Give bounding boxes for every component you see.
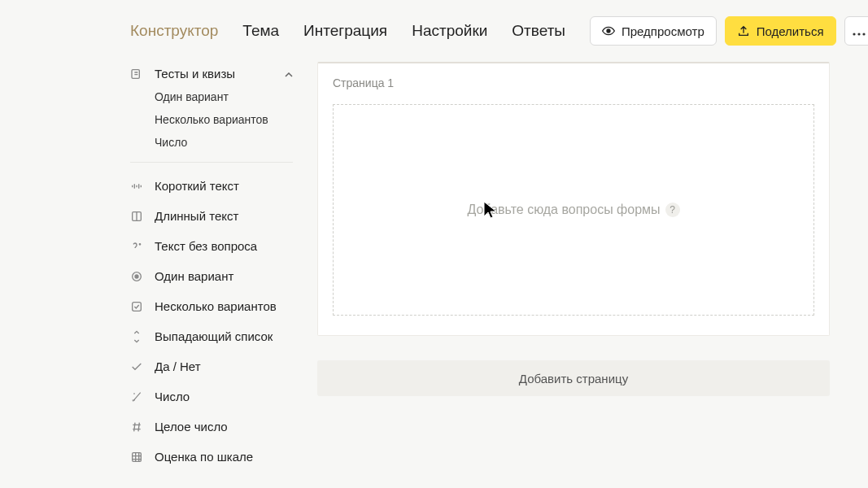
check-icon: [130, 360, 143, 373]
quiz-icon: [130, 68, 143, 81]
sidebar-item-yes-no[interactable]: Да / Нет: [130, 351, 293, 381]
sidebar-sub-one-variant[interactable]: Один вариант: [130, 85, 293, 108]
form-dropzone[interactable]: Добавьте сюда вопросы формы ?: [333, 104, 814, 316]
svg-point-2: [857, 33, 860, 35]
more-icon: [853, 24, 866, 38]
sidebar-group-tests[interactable]: Тесты и квизы: [130, 62, 293, 85]
eye-icon: [602, 24, 615, 37]
sidebar-divider: [130, 162, 293, 163]
share-icon: [737, 24, 750, 37]
preview-label: Предпросмотр: [622, 24, 704, 38]
hash-icon: [130, 420, 143, 434]
sidebar-item-label: Длинный текст: [155, 209, 238, 223]
chevron-up-icon: [285, 68, 293, 80]
more-button[interactable]: [844, 16, 868, 46]
sidebar-item-no-question[interactable]: Текст без вопроса: [130, 231, 293, 261]
sidebar-sub-several-variants[interactable]: Несколько вариантов: [130, 108, 293, 131]
tab-constructor[interactable]: Конструктор: [130, 22, 218, 40]
page-card: Страница 1 Добавьте сюда вопросы формы ?: [317, 62, 830, 336]
fraction-icon: [130, 390, 143, 403]
text-icon: [130, 240, 143, 253]
svg-point-6: [139, 243, 140, 244]
svg-point-0: [607, 29, 610, 33]
checkbox-icon: [130, 300, 143, 313]
sidebar-item-integer[interactable]: Целое число: [130, 412, 293, 442]
sidebar-group-label: Тесты и квизы: [155, 67, 235, 81]
dropdown-icon: [130, 330, 143, 343]
sidebar-item-long-text[interactable]: Длинный текст: [130, 201, 293, 231]
page-title: Страница 1: [333, 76, 814, 89]
svg-rect-10: [133, 452, 142, 461]
sidebar-item-label: Текст без вопроса: [155, 239, 257, 253]
short-text-icon: [130, 180, 143, 193]
top-actions: Предпросмотр Поделиться: [590, 16, 868, 46]
sidebar-item-several-variants[interactable]: Несколько вариантов: [130, 291, 293, 321]
svg-point-8: [135, 275, 138, 278]
add-page-button[interactable]: Добавить страницу: [317, 360, 830, 396]
long-text-icon: [130, 210, 143, 223]
sidebar-item-scale[interactable]: Оценка по шкале: [130, 442, 293, 472]
top-bar: Конструктор Тема Интеграция Настройки От…: [0, 0, 868, 62]
grid-icon: [130, 451, 143, 464]
sidebar-item-label: Целое число: [155, 420, 228, 434]
sidebar-sub-number[interactable]: Число: [130, 131, 293, 154]
svg-point-3: [862, 33, 865, 35]
main-panel: Страница 1 Добавьте сюда вопросы формы ?…: [317, 62, 830, 396]
preview-button[interactable]: Предпросмотр: [590, 16, 717, 46]
radio-icon: [130, 270, 143, 283]
sidebar: Тесты и квизы Один вариант Несколько вар…: [130, 62, 293, 472]
main-tabs: Конструктор Тема Интеграция Настройки От…: [130, 22, 565, 40]
sidebar-item-label: Число: [155, 390, 190, 403]
svg-point-1: [853, 33, 855, 35]
sidebar-item-number[interactable]: Число: [130, 381, 293, 412]
tab-settings[interactable]: Настройки: [412, 22, 487, 40]
sidebar-item-label: Выпадающий список: [155, 329, 273, 343]
content-area: Тесты и квизы Один вариант Несколько вар…: [0, 62, 868, 472]
share-label: Поделиться: [757, 24, 824, 38]
sidebar-item-dropdown[interactable]: Выпадающий список: [130, 321, 293, 351]
dropzone-hint: Добавьте сюда вопросы формы ?: [467, 203, 679, 217]
tab-answers[interactable]: Ответы: [512, 22, 565, 40]
svg-rect-9: [133, 302, 142, 311]
sidebar-item-label: Оценка по шкале: [155, 450, 253, 464]
sidebar-item-label: Короткий текст: [155, 179, 239, 193]
help-icon[interactable]: ?: [665, 203, 680, 217]
sidebar-item-short-text[interactable]: Короткий текст: [130, 171, 293, 201]
sidebar-item-one-variant[interactable]: Один вариант: [130, 261, 293, 291]
share-button[interactable]: Поделиться: [725, 16, 836, 46]
tab-theme[interactable]: Тема: [242, 22, 279, 40]
cursor-icon: [482, 200, 499, 220]
sidebar-item-label: Да / Нет: [155, 359, 201, 373]
sidebar-item-label: Несколько вариантов: [155, 299, 277, 313]
sidebar-item-label: Один вариант: [155, 269, 233, 283]
tab-integration[interactable]: Интеграция: [303, 22, 387, 40]
